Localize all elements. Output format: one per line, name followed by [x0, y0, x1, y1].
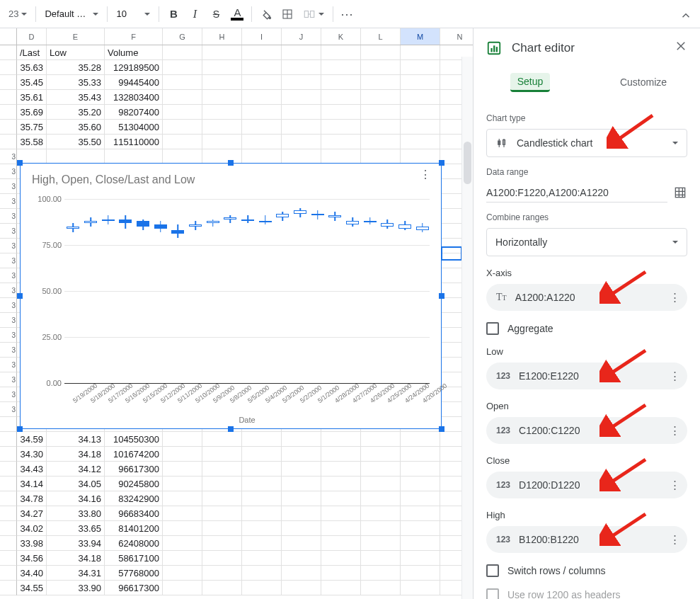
cell[interactable] — [361, 462, 401, 477]
cell[interactable]: 35.43 — [47, 90, 105, 105]
cell[interactable]: 35.45 — [17, 75, 47, 90]
cell[interactable]: 35.58 — [17, 135, 47, 149]
cell[interactable] — [401, 536, 440, 551]
cell[interactable] — [282, 45, 321, 60]
close-button[interactable] — [675, 40, 687, 56]
cell[interactable] — [401, 120, 440, 135]
cell[interactable] — [163, 120, 202, 135]
cell[interactable]: 62408000 — [105, 536, 163, 551]
cell[interactable]: 132803400 — [105, 90, 163, 105]
cell[interactable]: 35.63 — [17, 60, 47, 75]
cell[interactable] — [321, 581, 361, 595]
cell[interactable] — [361, 581, 401, 595]
cell[interactable]: 34.16 — [47, 491, 105, 506]
cell[interactable] — [401, 60, 440, 75]
use-row-headers-row[interactable]: Use row 1200 as headers — [486, 588, 687, 599]
cell[interactable] — [361, 521, 401, 536]
cell[interactable]: 35.20 — [47, 105, 105, 120]
cell[interactable] — [202, 536, 242, 551]
cell[interactable]: 35.33 — [47, 75, 105, 90]
cell[interactable] — [163, 536, 202, 551]
checkbox-icon[interactable] — [486, 322, 499, 335]
cell[interactable] — [401, 135, 440, 149]
cell[interactable]: 35.69 — [17, 105, 47, 120]
series-chip[interactable]: 123C1200:C1220⋮ — [486, 417, 687, 444]
cell[interactable] — [321, 566, 361, 581]
cell[interactable] — [282, 75, 321, 90]
cell[interactable]: 35.61 — [17, 90, 47, 105]
merge-cells-button[interactable] — [299, 4, 328, 24]
chip-menu-button[interactable]: ⋮ — [670, 375, 680, 377]
cell[interactable] — [202, 432, 242, 447]
cell[interactable] — [282, 447, 321, 462]
cell[interactable] — [163, 90, 202, 105]
cell[interactable] — [202, 506, 242, 521]
cell[interactable] — [361, 432, 401, 447]
cell[interactable] — [361, 120, 401, 135]
cell[interactable] — [282, 566, 321, 581]
cell[interactable] — [401, 447, 440, 462]
cell[interactable]: 51304000 — [105, 120, 163, 135]
chart-menu-button[interactable]: ⋮ — [420, 173, 431, 176]
cell[interactable] — [401, 477, 440, 491]
resize-handle[interactable] — [17, 293, 23, 299]
cell[interactable] — [202, 477, 242, 491]
chip-menu-button[interactable]: ⋮ — [670, 296, 680, 299]
borders-button[interactable] — [277, 4, 297, 24]
cell[interactable] — [242, 551, 282, 566]
cell[interactable] — [401, 432, 440, 447]
select-all-corner[interactable] — [0, 28, 17, 45]
cell[interactable] — [105, 149, 163, 164]
font-size-dropdown[interactable]: 10 — [112, 4, 154, 24]
cell[interactable]: 33.65 — [47, 521, 105, 536]
cell[interactable]: 101674200 — [105, 447, 163, 462]
cell[interactable] — [361, 566, 401, 581]
vertical-scrollbar[interactable] — [461, 57, 473, 599]
cell[interactable] — [282, 60, 321, 75]
cell[interactable]: /Last — [17, 45, 47, 60]
xaxis-chip[interactable]: TT A1200:A1220 ⋮ — [486, 284, 687, 311]
cell[interactable] — [282, 432, 321, 447]
cell[interactable] — [282, 551, 321, 566]
col-header-K[interactable]: K — [321, 28, 361, 45]
cell[interactable]: 99445400 — [105, 75, 163, 90]
cell[interactable] — [282, 105, 321, 120]
cell[interactable] — [361, 506, 401, 521]
cell[interactable]: 34.14 — [17, 477, 47, 491]
cell[interactable]: 35.60 — [47, 120, 105, 135]
cell[interactable]: 34.40 — [17, 566, 47, 581]
cell[interactable] — [163, 506, 202, 521]
cell[interactable] — [361, 105, 401, 120]
tab-setup[interactable]: Setup — [474, 68, 587, 96]
col-header-D[interactable]: D — [17, 28, 47, 45]
cell[interactable] — [242, 75, 282, 90]
cell[interactable] — [282, 491, 321, 506]
cell[interactable]: 35.50 — [47, 135, 105, 149]
cell[interactable] — [282, 581, 321, 595]
cell[interactable] — [361, 477, 401, 491]
cell[interactable]: 34.18 — [47, 447, 105, 462]
cell[interactable] — [401, 90, 440, 105]
cell[interactable] — [401, 75, 440, 90]
strikethrough-button[interactable]: S — [206, 4, 226, 24]
checkbox-icon[interactable] — [486, 588, 499, 599]
cell[interactable] — [361, 551, 401, 566]
col-header-H[interactable]: H — [202, 28, 242, 45]
cell[interactable] — [163, 45, 202, 60]
cell[interactable] — [242, 432, 282, 447]
cell[interactable] — [321, 551, 361, 566]
cell[interactable] — [282, 506, 321, 521]
cell[interactable] — [361, 536, 401, 551]
cell[interactable]: Low — [47, 45, 105, 60]
cell[interactable] — [202, 447, 242, 462]
cell[interactable] — [202, 120, 242, 135]
cell[interactable] — [202, 462, 242, 477]
cell[interactable] — [202, 45, 242, 60]
cell[interactable]: 96617300 — [105, 462, 163, 477]
cell[interactable]: 57768000 — [105, 566, 163, 581]
cell[interactable] — [163, 60, 202, 75]
cell[interactable] — [321, 432, 361, 447]
cell[interactable] — [321, 60, 361, 75]
cell[interactable] — [202, 90, 242, 105]
cell[interactable]: 33.90 — [47, 581, 105, 595]
